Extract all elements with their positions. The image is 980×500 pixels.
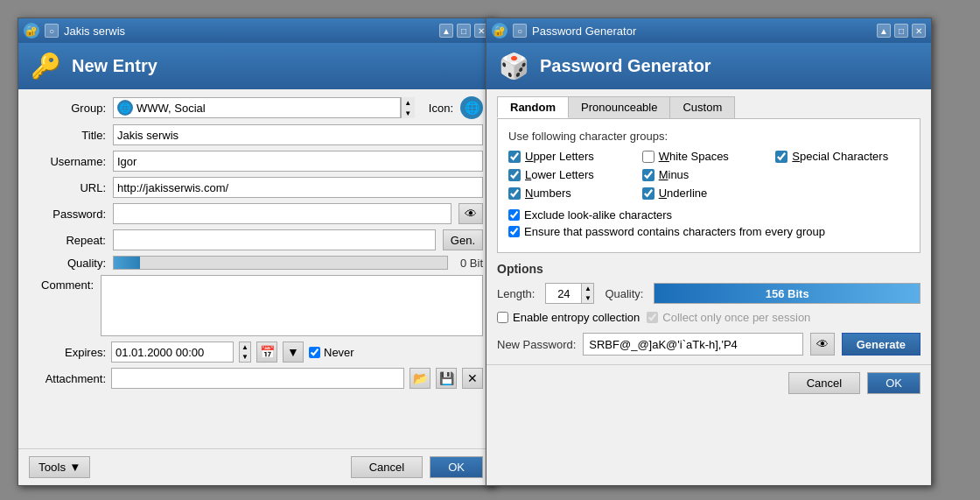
titlebar-left: 🔐 ○ Jakis serwis [24,23,125,39]
char-groups-grid: Upper Letters White Spaces Special Chara… [508,150,909,200]
quality-label-opt: Quality: [605,287,643,300]
char-groups-title: Use following character groups: [508,130,909,143]
calendar-btn[interactable]: 📅 [256,342,277,363]
upper-letters-checkbox[interactable] [508,151,521,163]
window2-maximize-btn[interactable]: □ [894,24,908,38]
numbers-checkbox[interactable] [508,187,521,200]
tabs-bar: Random Pronounceable Custom [486,89,931,118]
group-value: WWW, Social [136,102,206,115]
newpass-input[interactable] [583,333,802,356]
new-entry-header-icon: 🔑 [31,52,61,81]
icon-label: Icon: [429,102,453,115]
window2-titlebar-left: 🔐 ○ Password Generator [492,23,636,39]
password-input[interactable] [113,203,452,224]
underline-label: Underline [659,187,708,200]
titlebar-extra-btn[interactable]: ○ [45,24,59,38]
footer-right-btns: Cancel OK [351,456,483,478]
window1-up-btn[interactable]: ▲ [439,24,453,38]
window2-extra-btn[interactable]: ○ [513,24,527,38]
ok-button[interactable]: OK [430,456,483,478]
window2-titlebar: 🔐 ○ Password Generator ▲ □ ✕ [486,18,931,43]
never-label: Never [324,346,354,359]
comment-textarea[interactable] [101,275,483,336]
cancel-button[interactable]: Cancel [351,456,423,478]
attach-delete-btn[interactable]: ✕ [462,368,483,389]
repeat-input[interactable] [113,229,436,250]
group-select-wrapper[interactable]: 🌐 WWW, Social [113,97,401,118]
tab-pronounceable[interactable]: Pronounceable [568,96,670,118]
title-label: Title: [29,129,106,142]
window1-maximize-btn[interactable]: □ [457,24,471,38]
expires-input[interactable] [111,342,234,363]
never-checkbox[interactable] [309,347,320,358]
window2-app-icon: 🔐 [492,23,508,39]
options-section: Options Length: ▲ ▼ Quality: 156 Bits En… [486,253,931,324]
comment-label: Comment: [29,275,94,292]
newpass-row: New Password: 👁 Generate [486,324,931,364]
url-input[interactable] [113,177,483,198]
expires-down[interactable]: ▼ [240,352,250,362]
tab-random[interactable]: Random [497,96,569,118]
attachment-input[interactable] [111,368,404,389]
upper-letters-label: Upper Letters [525,150,594,163]
time-btn[interactable]: ▼ [283,342,304,363]
quality-bar-fill [114,257,140,269]
generate-button[interactable]: Generate [842,333,920,356]
tools-arrow: ▼ [69,461,80,474]
new-entry-header: 🔑 New Entry [18,43,494,89]
expires-up[interactable]: ▲ [240,342,250,352]
group-arrows[interactable]: ▲ ▼ [401,97,415,118]
quality-label: Quality: [29,257,106,270]
gen-button[interactable]: Gen. [443,229,483,250]
pg-cancel-button[interactable]: Cancel [788,372,860,394]
repeat-row: Repeat: Gen. [29,229,483,250]
entropy-checkbox[interactable] [497,312,508,323]
window2-up-btn[interactable]: ▲ [877,24,891,38]
quality-bar-container [113,256,448,270]
password-generator-window: 🔐 ○ Password Generator ▲ □ ✕ 🎲 Password … [486,18,932,486]
tab-content-random: Use following character groups: Upper Le… [497,118,920,253]
new-entry-form: Group: 🌐 WWW, Social ▲ ▼ Icon: 🌐 Title: … [18,89,494,448]
pg-header-title: Password Generator [540,56,711,76]
white-spaces-checkbox[interactable] [642,151,654,163]
entropy-check: Enable entropy collection [497,311,640,324]
group-down-arrow[interactable]: ▼ [402,108,415,118]
pg-header: 🎲 Password Generator [486,43,931,89]
url-row: URL: [29,177,483,198]
newpass-eye-btn[interactable]: 👁 [810,333,835,356]
quality-row: Quality: 0 Bit [29,256,483,270]
length-input-wrap: ▲ ▼ [545,283,594,304]
white-spaces-label: White Spaces [659,150,729,163]
length-up-arrow[interactable]: ▲ [582,284,593,293]
upper-letters-row: Upper Letters [508,150,642,163]
length-down-arrow[interactable]: ▼ [582,293,593,303]
title-input[interactable] [113,124,483,145]
password-label: Password: [29,208,106,221]
underline-checkbox[interactable] [642,187,654,200]
tab-custom[interactable]: Custom [669,96,735,118]
new-entry-window: 🔐 ○ Jakis serwis ▲ □ ✕ 🔑 New Entry Group… [18,18,494,486]
password-reveal-btn[interactable]: 👁 [458,203,483,224]
ensure-checkbox[interactable] [508,226,520,237]
tools-button[interactable]: Tools ▼ [29,456,90,478]
window1-titlebar: 🔐 ○ Jakis serwis ▲ □ ✕ [18,18,494,43]
length-label: Length: [497,287,535,300]
entropy-row: Enable entropy collection Collect only o… [497,311,920,324]
length-input[interactable] [546,284,581,303]
group-up-arrow[interactable]: ▲ [402,97,415,108]
app-icon: 🔐 [24,23,39,39]
minus-checkbox[interactable] [642,169,654,181]
options-length-quality-row: Length: ▲ ▼ Quality: 156 Bits [497,283,920,304]
titlebar-controls: ▲ □ ✕ [439,24,488,38]
attachment-row: Attachment: 📂 💾 ✕ [29,368,483,389]
exclude-checkbox[interactable] [508,209,520,221]
special-chars-checkbox[interactable] [775,151,788,163]
attach-browse-btn[interactable]: 📂 [410,368,430,389]
pg-ok-button[interactable]: OK [867,372,920,394]
pg-header-icon: 🎲 [499,52,529,81]
lower-letters-checkbox[interactable] [508,169,521,181]
attach-save-btn[interactable]: 💾 [436,368,457,389]
window2-close-btn[interactable]: ✕ [912,24,926,38]
icon-selector[interactable]: 🌐 [460,96,483,119]
username-input[interactable] [113,151,483,172]
